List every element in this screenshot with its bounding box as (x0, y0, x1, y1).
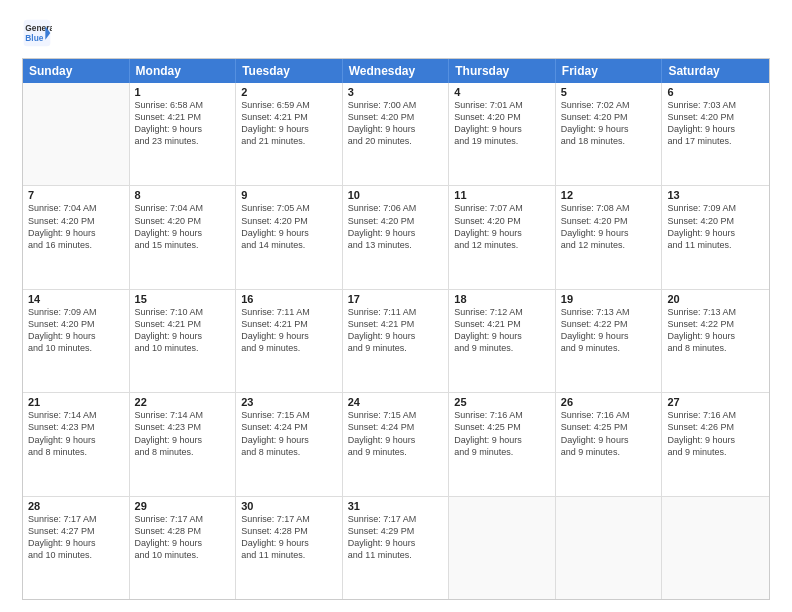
day-number: 11 (454, 189, 550, 201)
cell-info-line: Sunrise: 7:10 AM (135, 306, 231, 318)
day-cell-8: 8Sunrise: 7:04 AMSunset: 4:20 PMDaylight… (130, 186, 237, 288)
logo-icon: General Blue (22, 18, 52, 48)
cell-info-line: Daylight: 9 hours (454, 330, 550, 342)
cell-info-line: Sunrise: 7:11 AM (241, 306, 337, 318)
day-number: 15 (135, 293, 231, 305)
cell-info-line: and 12 minutes. (454, 239, 550, 251)
week-row-5: 28Sunrise: 7:17 AMSunset: 4:27 PMDayligh… (23, 497, 769, 599)
cell-info-line: Sunset: 4:25 PM (561, 421, 657, 433)
cell-info-line: Daylight: 9 hours (135, 537, 231, 549)
cell-info-line: Sunset: 4:20 PM (667, 111, 764, 123)
header-day-wednesday: Wednesday (343, 59, 450, 83)
logo: General Blue (22, 18, 52, 48)
cell-info-line: Sunrise: 7:17 AM (348, 513, 444, 525)
day-number: 30 (241, 500, 337, 512)
cell-info-line: and 9 minutes. (348, 446, 444, 458)
cell-info-line: Sunset: 4:21 PM (241, 318, 337, 330)
day-cell-26: 26Sunrise: 7:16 AMSunset: 4:25 PMDayligh… (556, 393, 663, 495)
day-cell-4: 4Sunrise: 7:01 AMSunset: 4:20 PMDaylight… (449, 83, 556, 185)
day-number: 6 (667, 86, 764, 98)
cell-info-line: Daylight: 9 hours (348, 434, 444, 446)
day-number: 8 (135, 189, 231, 201)
calendar-header: SundayMondayTuesdayWednesdayThursdayFrid… (23, 59, 769, 83)
cell-info-line: Sunset: 4:20 PM (241, 215, 337, 227)
cell-info-line: Sunrise: 7:09 AM (667, 202, 764, 214)
cell-info-line: Daylight: 9 hours (667, 434, 764, 446)
day-cell-22: 22Sunrise: 7:14 AMSunset: 4:23 PMDayligh… (130, 393, 237, 495)
cell-info-line: Sunset: 4:23 PM (135, 421, 231, 433)
cell-info-line: and 18 minutes. (561, 135, 657, 147)
cell-info-line: Daylight: 9 hours (28, 227, 124, 239)
day-cell-6: 6Sunrise: 7:03 AMSunset: 4:20 PMDaylight… (662, 83, 769, 185)
cell-info-line: Sunrise: 7:12 AM (454, 306, 550, 318)
day-cell-10: 10Sunrise: 7:06 AMSunset: 4:20 PMDayligh… (343, 186, 450, 288)
day-cell-5: 5Sunrise: 7:02 AMSunset: 4:20 PMDaylight… (556, 83, 663, 185)
day-cell-20: 20Sunrise: 7:13 AMSunset: 4:22 PMDayligh… (662, 290, 769, 392)
empty-cell (449, 497, 556, 599)
cell-info-line: Sunset: 4:20 PM (454, 111, 550, 123)
cell-info-line: Sunrise: 7:09 AM (28, 306, 124, 318)
cell-info-line: Sunrise: 7:08 AM (561, 202, 657, 214)
day-cell-19: 19Sunrise: 7:13 AMSunset: 4:22 PMDayligh… (556, 290, 663, 392)
cell-info-line: and 17 minutes. (667, 135, 764, 147)
cell-info-line: Daylight: 9 hours (454, 123, 550, 135)
header-day-tuesday: Tuesday (236, 59, 343, 83)
day-number: 13 (667, 189, 764, 201)
cell-info-line: Daylight: 9 hours (348, 227, 444, 239)
cell-info-line: and 9 minutes. (348, 342, 444, 354)
cell-info-line: Sunset: 4:21 PM (348, 318, 444, 330)
cell-info-line: and 9 minutes. (241, 342, 337, 354)
day-cell-9: 9Sunrise: 7:05 AMSunset: 4:20 PMDaylight… (236, 186, 343, 288)
cell-info-line: Sunrise: 6:58 AM (135, 99, 231, 111)
day-number: 18 (454, 293, 550, 305)
day-number: 17 (348, 293, 444, 305)
day-number: 29 (135, 500, 231, 512)
cell-info-line: Sunrise: 7:17 AM (28, 513, 124, 525)
cell-info-line: Sunrise: 7:00 AM (348, 99, 444, 111)
week-row-2: 7Sunrise: 7:04 AMSunset: 4:20 PMDaylight… (23, 186, 769, 289)
cell-info-line: Daylight: 9 hours (561, 227, 657, 239)
cell-info-line: Sunrise: 7:14 AM (28, 409, 124, 421)
cell-info-line: and 13 minutes. (348, 239, 444, 251)
day-number: 19 (561, 293, 657, 305)
cell-info-line: and 9 minutes. (454, 446, 550, 458)
day-number: 24 (348, 396, 444, 408)
day-cell-15: 15Sunrise: 7:10 AMSunset: 4:21 PMDayligh… (130, 290, 237, 392)
cell-info-line: Sunset: 4:20 PM (348, 111, 444, 123)
day-cell-21: 21Sunrise: 7:14 AMSunset: 4:23 PMDayligh… (23, 393, 130, 495)
cell-info-line: Sunset: 4:23 PM (28, 421, 124, 433)
day-cell-13: 13Sunrise: 7:09 AMSunset: 4:20 PMDayligh… (662, 186, 769, 288)
cell-info-line: Daylight: 9 hours (135, 123, 231, 135)
day-cell-17: 17Sunrise: 7:11 AMSunset: 4:21 PMDayligh… (343, 290, 450, 392)
day-number: 5 (561, 86, 657, 98)
cell-info-line: Sunset: 4:20 PM (561, 111, 657, 123)
cell-info-line: Sunset: 4:28 PM (135, 525, 231, 537)
cell-info-line: Sunrise: 7:15 AM (348, 409, 444, 421)
cell-info-line: and 19 minutes. (454, 135, 550, 147)
day-number: 22 (135, 396, 231, 408)
cell-info-line: Sunset: 4:22 PM (667, 318, 764, 330)
cell-info-line: and 9 minutes. (454, 342, 550, 354)
cell-info-line: Daylight: 9 hours (135, 227, 231, 239)
cell-info-line: and 20 minutes. (348, 135, 444, 147)
cell-info-line: and 10 minutes. (135, 342, 231, 354)
day-cell-18: 18Sunrise: 7:12 AMSunset: 4:21 PMDayligh… (449, 290, 556, 392)
cell-info-line: Daylight: 9 hours (241, 330, 337, 342)
day-number: 1 (135, 86, 231, 98)
cell-info-line: and 9 minutes. (561, 342, 657, 354)
day-number: 12 (561, 189, 657, 201)
empty-cell (662, 497, 769, 599)
cell-info-line: Sunrise: 7:06 AM (348, 202, 444, 214)
cell-info-line: Sunrise: 7:04 AM (135, 202, 231, 214)
cell-info-line: Sunset: 4:27 PM (28, 525, 124, 537)
cell-info-line: and 11 minutes. (667, 239, 764, 251)
day-cell-16: 16Sunrise: 7:11 AMSunset: 4:21 PMDayligh… (236, 290, 343, 392)
day-cell-24: 24Sunrise: 7:15 AMSunset: 4:24 PMDayligh… (343, 393, 450, 495)
svg-text:Blue: Blue (25, 33, 43, 43)
cell-info-line: Sunrise: 7:16 AM (561, 409, 657, 421)
cell-info-line: Sunrise: 7:17 AM (135, 513, 231, 525)
cell-info-line: Sunset: 4:20 PM (667, 215, 764, 227)
cell-info-line: Sunrise: 7:04 AM (28, 202, 124, 214)
day-number: 9 (241, 189, 337, 201)
day-cell-1: 1Sunrise: 6:58 AMSunset: 4:21 PMDaylight… (130, 83, 237, 185)
